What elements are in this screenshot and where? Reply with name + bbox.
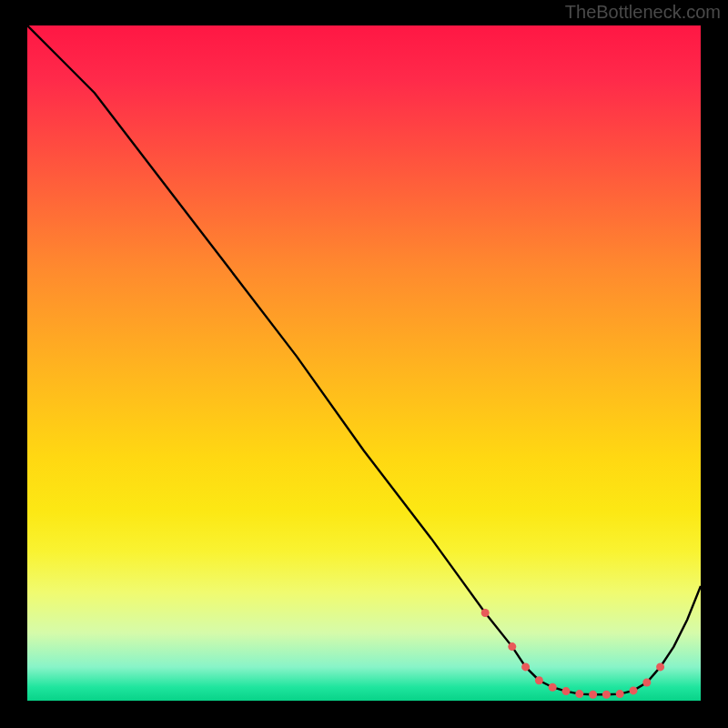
curve-marker <box>630 686 638 694</box>
curve-marker <box>589 691 597 699</box>
curve-marker <box>535 676 543 684</box>
curve-marker <box>656 662 664 671</box>
curve-marker <box>562 687 571 695</box>
curve-path <box>27 25 701 694</box>
curve-marker <box>642 679 651 687</box>
curve-marker <box>575 690 583 698</box>
plot-area <box>27 25 701 701</box>
curve-marker <box>549 683 557 692</box>
curve-marker <box>508 642 516 651</box>
curve-markers <box>481 609 664 699</box>
bottleneck-curve <box>27 25 701 701</box>
curve-marker <box>616 690 624 698</box>
curve-marker <box>602 691 611 699</box>
attribution-text: TheBottleneck.com <box>565 2 721 23</box>
curve-marker <box>521 662 530 671</box>
curve-marker <box>481 609 490 617</box>
